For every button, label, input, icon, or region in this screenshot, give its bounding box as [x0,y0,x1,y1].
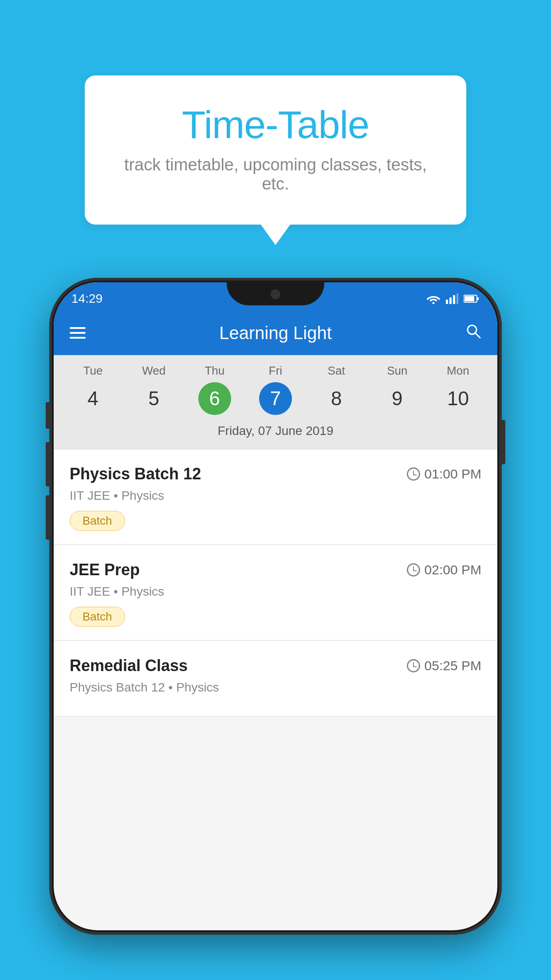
day-name: Fri [269,364,282,378]
day-number: 7 [259,382,292,415]
calendar-day-7[interactable]: Fri7 [249,364,302,415]
day-number: 6 [198,382,231,415]
item-title: JEE Prep [70,561,140,579]
phone-frame: 14:29 [49,278,502,935]
item-meta: IIT JEE • Physics [70,489,481,503]
calendar-day-4[interactable]: Tue4 [67,364,120,415]
svg-rect-7 [464,296,474,301]
item-title: Remedial Class [70,656,188,675]
wifi-icon [426,293,441,304]
svg-rect-2 [449,297,452,304]
calendar-strip: Tue4Wed5Thu6Fri7Sat8Sun9Mon10 Friday, 07… [54,355,497,450]
day-number: 8 [320,382,353,415]
app-bar: Learning Light [54,311,497,355]
battery-icon [464,294,480,303]
volume-down-button [46,442,50,486]
day-name: Mon [447,364,469,378]
svg-line-9 [475,333,480,338]
schedule-list: Physics Batch 1201:00 PMIIT JEE • Physic… [54,450,497,716]
status-time: 14:29 [71,292,102,306]
phone-mockup: 14:29 [49,278,502,935]
phone-notch [227,282,324,305]
phone-screen: 14:29 [54,282,497,930]
hamburger-menu-icon[interactable] [70,327,86,339]
svg-rect-4 [457,293,458,304]
svg-rect-6 [477,297,479,300]
day-name: Tue [83,364,103,378]
calendar-day-5[interactable]: Wed5 [127,364,181,415]
item-meta: Physics Batch 12 • Physics [70,680,481,695]
signal-icon [446,293,458,304]
day-number: 4 [77,382,110,415]
svg-point-0 [433,302,435,304]
selected-date: Friday, 07 June 2019 [54,419,497,445]
svg-rect-3 [453,295,455,304]
day-number: 9 [381,382,413,415]
day-number: 5 [138,382,170,415]
svg-rect-1 [446,300,448,304]
volume-up-button [46,402,50,429]
day-name: Thu [205,364,224,378]
item-title: Physics Batch 12 [70,465,201,483]
batch-tag: Batch [70,511,125,531]
search-icon[interactable] [465,323,481,343]
power-button [501,420,505,464]
status-icons [426,293,480,304]
day-name: Sun [387,364,407,378]
clock-icon [407,659,420,672]
calendar-day-8[interactable]: Sat8 [310,364,363,415]
day-name: Wed [142,364,165,378]
tooltip-title: Time-Table [120,102,431,147]
silent-button [46,495,50,540]
day-name: Sat [328,364,345,378]
schedule-item-0[interactable]: Physics Batch 1201:00 PMIIT JEE • Physic… [54,450,497,545]
days-row: Tue4Wed5Thu6Fri7Sat8Sun9Mon10 [54,364,497,415]
tooltip-card: Time-Table track timetable, upcoming cla… [85,75,466,225]
app-title: Learning Light [99,323,452,343]
clock-icon [407,563,420,577]
day-number: 10 [441,382,474,415]
item-time-text: 02:00 PM [425,562,481,577]
item-meta: IIT JEE • Physics [70,585,481,599]
tooltip-subtitle: track timetable, upcoming classes, tests… [120,155,431,194]
batch-tag: Batch [70,607,125,627]
schedule-item-2[interactable]: Remedial Class05:25 PMPhysics Batch 12 •… [54,641,497,716]
clock-icon [407,467,420,481]
calendar-day-9[interactable]: Sun9 [370,364,424,415]
item-time-text: 01:00 PM [425,466,481,482]
calendar-day-10[interactable]: Mon10 [431,364,484,415]
item-time-text: 05:25 PM [425,658,481,673]
schedule-item-1[interactable]: JEE Prep02:00 PMIIT JEE • PhysicsBatch [54,545,497,640]
calendar-day-6[interactable]: Thu6 [188,364,241,415]
